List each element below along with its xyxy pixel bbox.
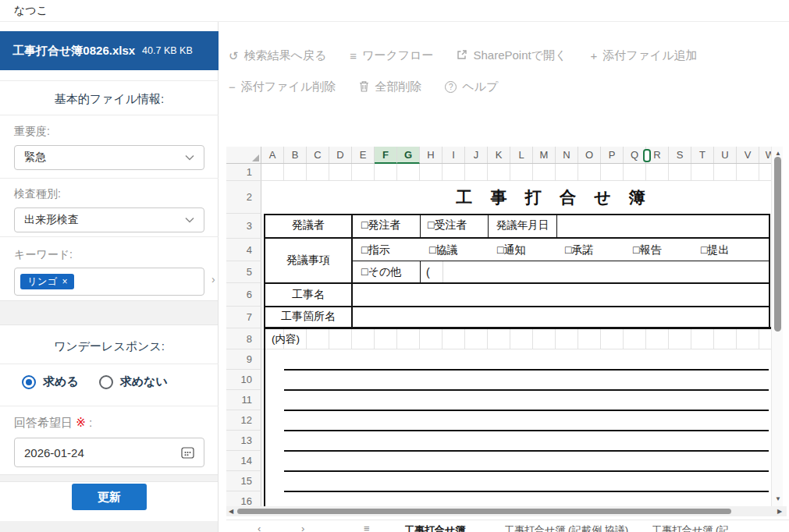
- column-header-a[interactable]: A: [261, 147, 284, 163]
- column-header-u[interactable]: U: [714, 147, 737, 163]
- delete-all-button[interactable]: 全部削除: [359, 80, 421, 94]
- cell-check-notice[interactable]: □通知: [497, 239, 525, 261]
- column-header-p[interactable]: P: [601, 147, 624, 163]
- column-header-c[interactable]: C: [307, 147, 329, 163]
- select-all-corner[interactable]: [226, 147, 261, 164]
- cell-check-approval[interactable]: □承諾: [565, 239, 593, 261]
- vertical-scrollbar[interactable]: ▲ ▼: [771, 147, 783, 506]
- row-header-1[interactable]: 1: [226, 164, 261, 181]
- radio-label: 求める: [43, 374, 79, 389]
- column-header-t[interactable]: T: [691, 147, 714, 163]
- toolbar-row-1: ↺ 検索結果へ戻る ≡ ワークフロー SharePointで開く + 添付ファイ…: [229, 48, 698, 63]
- column-boundary-marker: [643, 149, 651, 162]
- cell-check-report[interactable]: □報告: [633, 239, 661, 261]
- row-header-16[interactable]: 16: [226, 491, 261, 506]
- column-header-j[interactable]: J: [465, 147, 488, 163]
- calendar-icon[interactable]: [181, 446, 194, 459]
- cell-content-label[interactable]: (内容): [272, 328, 300, 349]
- column-header-k[interactable]: K: [488, 147, 510, 163]
- open-in-sharepoint-button[interactable]: SharePointで開く: [457, 48, 567, 63]
- column-header-g-selected[interactable]: G: [397, 147, 420, 164]
- row-header-15[interactable]: 15: [226, 471, 261, 491]
- help-icon: ?: [445, 81, 457, 93]
- row-header-5[interactable]: 5: [226, 261, 261, 283]
- update-button[interactable]: 更新: [72, 484, 147, 510]
- row-header-9[interactable]: 9: [226, 349, 261, 370]
- scroll-right-icon[interactable]: ▶: [777, 508, 782, 515]
- cell-check-other[interactable]: □その他: [361, 261, 401, 282]
- cell-check-consultation[interactable]: □協議: [429, 239, 457, 261]
- radio-option-no-request[interactable]: 求めない: [99, 374, 168, 389]
- row-header-8[interactable]: 8: [226, 328, 261, 349]
- column-header-b[interactable]: B: [284, 147, 307, 163]
- column-header-row: A B C D E F G H I J K L M N O P Q R S T …: [261, 147, 782, 164]
- table-border: [264, 328, 265, 506]
- cell-construction-site-label[interactable]: 工事箇所名: [265, 307, 351, 327]
- sheet-tab-active[interactable]: 工事打合せ簿: [404, 523, 465, 532]
- radio-selected-icon[interactable]: [22, 375, 36, 389]
- cell-orderer-checkbox[interactable]: □発注者: [361, 214, 400, 237]
- cell-proposal-date-label[interactable]: 発議年月日: [489, 214, 556, 237]
- row-header-2[interactable]: 2: [226, 181, 261, 214]
- reply-date-colon: :: [89, 416, 92, 429]
- cell-proposal-items-label[interactable]: 発議事項: [265, 239, 351, 282]
- keyword-tag[interactable]: リンゴ ×: [20, 274, 74, 290]
- tabs-next-icon[interactable]: ›: [301, 523, 304, 532]
- horizontal-scrollbar-thumb[interactable]: [237, 509, 731, 514]
- reply-date-input[interactable]: 2026-01-24: [14, 438, 204, 467]
- scroll-up-icon[interactable]: ▲: [775, 150, 781, 157]
- inspection-type-select[interactable]: 出来形検査: [14, 207, 204, 232]
- cell-contractor-checkbox[interactable]: □受注者: [428, 214, 467, 237]
- cell-open-paren[interactable]: (: [426, 261, 430, 282]
- ruled-line: [284, 470, 769, 472]
- column-header-n[interactable]: N: [556, 147, 578, 163]
- sheet-tab-2[interactable]: 工事打合せ簿 (記載例 協議): [504, 523, 628, 532]
- row-header-7[interactable]: 7: [226, 307, 261, 328]
- row-header-4[interactable]: 4: [226, 239, 261, 261]
- column-header-s[interactable]: S: [669, 147, 691, 163]
- back-to-search-results-button[interactable]: ↺ 検索結果へ戻る: [229, 48, 326, 63]
- column-header-e[interactable]: E: [352, 147, 375, 163]
- sheet-title-cell[interactable]: 工 事 打 合 せ 簿: [328, 181, 780, 214]
- row-header-12[interactable]: 12: [226, 410, 261, 431]
- panel-expand-chevron-icon[interactable]: ›: [211, 273, 215, 286]
- basic-info-heading: 基本的ファイル情報:: [0, 80, 219, 115]
- add-attachment-button[interactable]: + 添付ファイル追加: [590, 48, 697, 63]
- keyword-input[interactable]: リンゴ ×: [14, 268, 204, 296]
- row-header-6[interactable]: 6: [226, 283, 261, 307]
- radio-option-request[interactable]: 求める: [22, 374, 79, 389]
- workflow-button[interactable]: ≡ ワークフロー: [350, 48, 433, 63]
- tabs-menu-icon[interactable]: ≡: [364, 523, 370, 532]
- sheet-tab-3-truncated[interactable]: 工事打合せ簿 (記: [652, 523, 729, 532]
- tag-remove-icon[interactable]: ×: [62, 277, 67, 286]
- divider: [0, 178, 219, 179]
- cell-proposer-label[interactable]: 発議者: [265, 214, 351, 237]
- cell-check-submission[interactable]: □提出: [701, 239, 729, 261]
- cell-check-instruction[interactable]: □指示: [361, 239, 389, 261]
- remove-attachment-button[interactable]: − 添付ファイル削除: [229, 80, 336, 94]
- row-header-13[interactable]: 13: [226, 431, 261, 451]
- row-header-10[interactable]: 10: [226, 370, 261, 390]
- row-header-14[interactable]: 14: [226, 451, 261, 471]
- row-header-11[interactable]: 11: [226, 390, 261, 410]
- column-header-l[interactable]: L: [510, 147, 533, 163]
- tabs-prev-icon[interactable]: ‹: [258, 523, 261, 532]
- required-mark: ※: [76, 416, 86, 429]
- horizontal-scrollbar[interactable]: ◀ ▶: [226, 506, 787, 516]
- column-header-i[interactable]: I: [442, 147, 465, 163]
- scroll-left-icon[interactable]: ◀: [229, 508, 233, 515]
- column-header-h[interactable]: H: [420, 147, 442, 163]
- scroll-down-icon[interactable]: ▼: [775, 495, 781, 502]
- column-header-d[interactable]: D: [329, 147, 352, 163]
- column-header-v[interactable]: V: [737, 147, 759, 163]
- importance-select[interactable]: 緊急: [14, 145, 204, 170]
- cell-construction-name-label[interactable]: 工事名: [265, 283, 351, 306]
- column-header-o[interactable]: O: [578, 147, 601, 163]
- oneday-response-radio-group: 求める 求めない: [22, 374, 168, 389]
- help-button[interactable]: ? ヘルプ: [445, 80, 498, 94]
- radio-unselected-icon[interactable]: [99, 375, 113, 389]
- row-header-3[interactable]: 3: [226, 214, 261, 239]
- column-header-f-selected[interactable]: F: [375, 147, 397, 164]
- column-header-m[interactable]: M: [533, 147, 556, 163]
- vertical-scrollbar-thumb[interactable]: [774, 157, 781, 332]
